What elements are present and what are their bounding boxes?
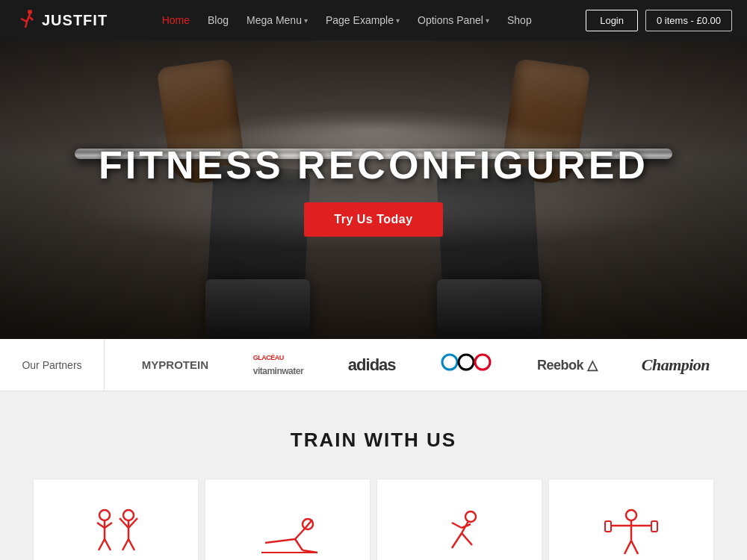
group-icon	[82, 502, 149, 560]
nav-options-panel[interactable]: Options Panel ▾	[418, 14, 489, 26]
svg-line-22	[265, 539, 295, 543]
train-card-strength[interactable]: STRENGTH	[548, 479, 714, 560]
partners-bar: Our Partners MYPROTEIN GLACÉAUvitaminwat…	[0, 339, 747, 391]
train-card-cardio[interactable]: CARDIO	[376, 479, 542, 560]
header-actions: Login 0 items - £0.00	[586, 10, 732, 31]
train-card-group[interactable]: GROUP	[33, 479, 199, 560]
svg-point-27	[465, 511, 476, 522]
svg-line-40	[631, 541, 638, 554]
logo-text: JUSTFIT	[42, 12, 108, 29]
svg-line-11	[105, 523, 112, 528]
svg-line-39	[624, 541, 631, 554]
chevron-down-icon: ▾	[304, 16, 308, 25]
svg-line-31	[452, 523, 462, 528]
svg-rect-38	[651, 521, 657, 532]
train-card-freestyle[interactable]: FREESTYLE	[205, 479, 371, 560]
partner-reebok: Reebok △	[537, 357, 597, 373]
cart-button[interactable]: 0 items - £0.00	[645, 10, 732, 31]
partner-champion: Champion	[642, 355, 710, 375]
logo-icon	[15, 8, 36, 32]
chevron-down-icon: ▾	[486, 16, 489, 25]
svg-line-2	[21, 19, 27, 22]
partner-myprotein: MYPROTEIN	[142, 358, 208, 371]
nav-home[interactable]: Home	[162, 14, 190, 26]
svg-point-14	[123, 510, 134, 520]
train-section-title: TRAIN WITH US	[30, 429, 717, 452]
svg-line-29	[452, 533, 462, 548]
chevron-down-icon: ▾	[396, 16, 400, 25]
strength-icon	[598, 502, 665, 560]
svg-point-6	[459, 355, 474, 370]
svg-point-8	[99, 510, 110, 520]
svg-point-0	[28, 10, 32, 14]
nav-mega-menu[interactable]: Mega Menu ▾	[247, 14, 308, 26]
nav-blog[interactable]: Blog	[208, 14, 229, 26]
svg-line-3	[25, 22, 27, 28]
hero-content: FITNESS RECONFIGURED Try Us Today	[0, 40, 747, 339]
svg-line-23	[295, 539, 303, 550]
partner-olympics	[440, 347, 492, 382]
hero-title: FITNESS RECONFIGURED	[99, 143, 648, 187]
cardio-icon	[426, 502, 493, 560]
login-button[interactable]: Login	[586, 10, 638, 31]
svg-line-30	[462, 533, 472, 545]
svg-line-21	[295, 529, 305, 539]
nav-shop[interactable]: Shop	[507, 14, 532, 26]
train-cards-row: GROUP FREESTYLE	[30, 479, 717, 560]
svg-line-12	[99, 539, 105, 550]
svg-line-4	[30, 17, 33, 20]
partners-label: Our Partners	[0, 339, 105, 391]
hero-section: FITNESS RECONFIGURED Try Us Today	[0, 40, 747, 339]
try-today-button[interactable]: Try Us Today	[304, 202, 442, 237]
logo[interactable]: JUSTFIT	[15, 8, 108, 32]
partner-vitaminwater: GLACÉAUvitaminwater	[253, 354, 303, 376]
svg-line-18	[123, 539, 128, 550]
partners-logos: MYPROTEIN GLACÉAUvitaminwater adidas Ree…	[105, 347, 747, 382]
svg-line-10	[97, 523, 105, 528]
partner-adidas: adidas	[348, 355, 396, 375]
svg-line-19	[128, 539, 134, 550]
svg-point-5	[442, 355, 457, 370]
freestyle-icon	[254, 502, 321, 560]
svg-rect-37	[605, 521, 611, 532]
svg-point-33	[626, 510, 636, 520]
main-nav: Home Blog Mega Menu ▾ Page Example ▾ Opt…	[162, 14, 532, 26]
train-section: TRAIN WITH US	[0, 391, 747, 560]
nav-page-example[interactable]: Page Example ▾	[326, 14, 400, 26]
svg-point-7	[475, 355, 490, 370]
site-header: JUSTFIT Home Blog Mega Menu ▾ Page Examp…	[0, 0, 747, 40]
svg-line-13	[105, 539, 111, 550]
